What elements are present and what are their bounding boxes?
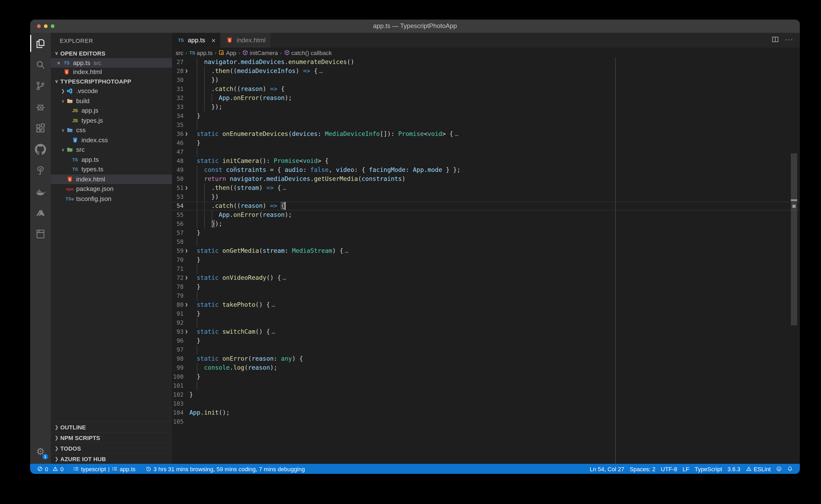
code-line-93[interactable]: 93❯ static switchCam() {… [172,327,800,336]
status-indentation[interactable]: Spaces: 2 [627,466,658,472]
close-icon[interactable]: × [55,60,62,66]
section-azure-iot-hub[interactable]: ❯AZURE IOT HUB [51,453,172,464]
code-line-103[interactable]: 103 [172,399,800,408]
code-line-35[interactable]: 35 [172,121,800,130]
code-line-102[interactable]: 102} [172,390,800,399]
tree-file-types.js[interactable]: JStypes.js [51,116,172,125]
code-line-27[interactable]: 27 navigator.mediaDevices.enumerateDevic… [172,58,800,67]
status-notifications[interactable] [784,466,796,472]
code-line-36[interactable]: 36❯ static onEnumerateDevices(devices: M… [172,130,800,139]
code-line-31[interactable]: 31 .catch((reason) => { [172,85,800,94]
fold-chevron-icon[interactable]: ❯ [184,300,189,309]
section-todos[interactable]: ❯TODOS [51,443,172,453]
close-tab-icon[interactable]: × [211,36,215,44]
status-cursor-position[interactable]: Ln 54, Col 27 [587,466,627,472]
title-bar[interactable]: app.ts — TypescriptPhotoApp [30,20,800,33]
breadcrumb-item-App[interactable]: App [218,49,236,56]
code-line-80[interactable]: 80❯ static takePhoto() {… [172,300,800,309]
code-line-100[interactable]: 100 } [172,372,800,381]
tree-file-index.html[interactable]: 5index.html [51,174,172,184]
code-line-32[interactable]: 32 App.onError(reason); [172,94,800,103]
code-line-54[interactable]: 54 .catch((reason) => { [172,201,800,210]
tree-file-app.ts[interactable]: TSapp.ts [51,155,172,164]
manage-gear-button[interactable]: ⚙1 [30,443,51,461]
code-line-46[interactable]: 46 } [172,139,800,148]
code-line-105[interactable]: 105 [172,417,800,426]
breadcrumb-item-initCamera[interactable]: initCamera [242,49,278,56]
code-line-99[interactable]: 99 console.log(reason); [172,363,800,372]
activity-source-control-button[interactable] [30,75,51,96]
activity-notebook-button[interactable] [30,223,51,244]
fold-chevron-icon[interactable]: ❯ [184,273,189,282]
tree-folder-build[interactable]: ∨build [51,96,172,106]
code-line-50[interactable]: 50 return navigator.mediaDevices.getUser… [172,175,800,184]
code-line-49[interactable]: 49 const constraints = { audio: false, v… [172,166,800,175]
code-line-33[interactable]: 33 }); [172,103,800,112]
tree-folder-css[interactable]: ∨css [51,125,172,135]
status-eol[interactable]: LF [680,466,692,472]
scrollbar-thumb[interactable] [791,153,797,325]
problems-indicator[interactable]: 00 [34,466,66,472]
activity-test-explorer-button[interactable] [30,160,51,181]
breadcrumb-item-catch-callback[interactable]: catch() callback [284,49,332,56]
status-feedback[interactable] [773,466,784,472]
fold-chevron-icon[interactable]: ❯ [184,327,189,336]
project-header[interactable]: ∨TYPESCRIPTPHOTOAPP [51,77,172,86]
activity-search-button[interactable] [30,54,51,75]
code-line-47[interactable]: 47 [172,148,800,157]
code-line-58[interactable]: 58 [172,237,800,246]
activity-explorer-button[interactable] [30,33,51,54]
code-line-55[interactable]: 55 App.onError(reason); [172,210,800,219]
code-line-53[interactable]: 53 }) [172,193,800,201]
code-line-56[interactable]: 56 }); [172,219,800,228]
code-line-28[interactable]: 28❯ .then((mediaDeviceInfos) => {… [172,67,800,76]
open-editor-index.html[interactable]: 5index.html [51,67,172,77]
code-line-34[interactable]: 34 } [172,112,800,121]
activity-docker-button[interactable] [30,181,51,202]
split-editor-icon[interactable] [772,35,779,45]
tab-app.ts[interactable]: TSapp.ts× [172,33,221,48]
code-line-91[interactable]: 91 } [172,309,800,318]
code-line-98[interactable]: 98 static onError(reason: any) { [172,354,800,363]
tab-index.html[interactable]: 5index.html [221,33,271,48]
code-line-78[interactable]: 78 } [172,282,800,291]
tree-folder-.vscode[interactable]: ❯.vscode [51,86,172,96]
tree-folder-src[interactable]: ∨src [51,145,172,155]
code-line-59[interactable]: 59❯ static onGetMedia(stream: MediaStrea… [172,246,800,255]
fold-chevron-icon[interactable]: ❯ [184,246,189,255]
code-line-71[interactable]: 71 [172,264,800,273]
code-editor[interactable]: 27 navigator.mediaDevices.enumerateDevic… [172,58,800,464]
fold-chevron-icon[interactable]: ❯ [184,184,189,193]
activity-github-button[interactable] [30,139,51,160]
code-line-70[interactable]: 70 } [172,255,800,264]
code-line-72[interactable]: 72❯ static onVideoReady() {… [172,273,800,282]
editor-scrollbar[interactable] [791,58,797,464]
section-outline[interactable]: ❯OUTLINE [51,421,172,432]
fold-chevron-icon[interactable]: ❯ [184,67,189,76]
tree-file-app.js[interactable]: JSapp.js [51,106,172,116]
tree-file-index.css[interactable]: 3index.css [51,135,172,145]
breadcrumb-item-app-ts[interactable]: TSapp.ts [189,49,213,56]
code-line-30[interactable]: 30 }) [172,76,800,85]
activity-extensions-button[interactable] [30,117,51,139]
open-editor-app.ts[interactable]: ×TSapp.tssrc [51,58,172,67]
code-line-92[interactable]: 92 [172,318,800,327]
status-encoding[interactable]: UTF-8 [658,466,680,472]
code-line-96[interactable]: 96 } [172,336,800,345]
code-line-51[interactable]: 51❯ .then((stream) => {… [172,184,800,193]
tree-file-types.ts[interactable]: TStypes.ts [51,164,172,174]
more-actions-icon[interactable]: ··· [785,35,793,43]
code-line-48[interactable]: 48 static initCamera(): Promise<void> {… [172,157,800,166]
status-language-mode[interactable]: TypeScript [692,466,725,472]
code-line-79[interactable]: 79 [172,291,800,300]
open-editors-header[interactable]: ∨OPEN EDITORS [51,49,172,58]
fold-chevron-icon[interactable]: ❯ [184,130,189,139]
status-ts-version[interactable]: 3.6.3 [725,466,743,472]
code-line-57[interactable]: 57 } [172,228,800,237]
status-eslint[interactable]: ESLint [743,466,773,472]
time-tracker[interactable]: 3 hrs 31 mins browsing, 59 mins coding, … [143,466,307,472]
code-line-97[interactable]: 97 [172,345,800,354]
activity-azure-button[interactable] [30,202,51,223]
code-line-101[interactable]: 101 [172,381,800,390]
activity-debug-button[interactable] [30,96,51,117]
